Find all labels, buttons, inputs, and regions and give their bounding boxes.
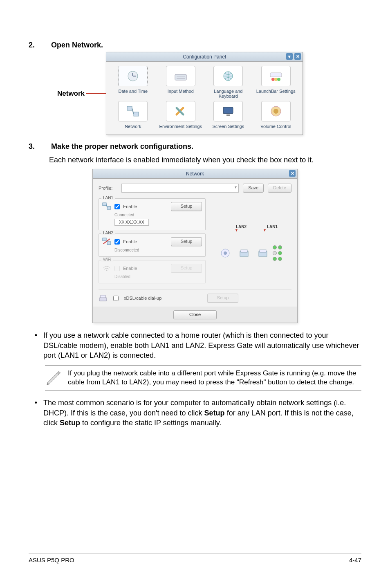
bullet1-text: If you use a network cable connected to … [43, 330, 361, 360]
bullet2-setup2: Setup [60, 419, 80, 427]
globe-icon [213, 66, 243, 86]
step3-num: 3. [29, 142, 49, 151]
network-dialog-titlebar: Network ✕ [93, 169, 297, 179]
lan1-group: LAN1 Enable Setup Connected XX.XX.XX.XX [99, 198, 206, 230]
svg-rect-7 [270, 73, 282, 77]
svg-rect-19 [107, 206, 111, 209]
tools-icon [166, 101, 195, 121]
svg-point-10 [277, 78, 280, 81]
lan-connected-icon [102, 202, 111, 211]
lan2-enable-checkbox[interactable] [114, 239, 120, 245]
cp-label: Screen Settings [213, 124, 244, 129]
speaker-icon [261, 101, 291, 121]
network-icon [118, 101, 148, 121]
svg-rect-32 [101, 295, 105, 298]
step3-title: Make the proper network configurations. [51, 142, 193, 150]
bullet-icon: • [29, 330, 43, 360]
launchbar-icon [261, 66, 291, 86]
wifi-title: WiFi [101, 257, 113, 262]
lan1-ip: XX.XX.XX.XX [114, 219, 149, 226]
configuration-panel-title: Configuration Panel [183, 54, 226, 60]
svg-point-9 [274, 78, 278, 81]
lan2-status: Disconnected [114, 248, 202, 252]
arrow-icon: ▼ [235, 228, 238, 232]
wifi-enable-label: Enable [123, 266, 137, 271]
diag-lan1-label: LAN1 [267, 224, 278, 229]
page-footer: ASUS P5Q PRO 4-47 [29, 554, 361, 563]
diag-gateway2-node [257, 248, 269, 258]
bullet2-post: to configure the static IP settings manu… [80, 419, 222, 427]
svg-rect-15 [226, 114, 230, 116]
note-text: If you plug the network cable into a dif… [68, 369, 361, 387]
svg-rect-11 [127, 106, 132, 110]
network-dialog-title: Network [186, 171, 204, 177]
minimize-icon[interactable]: ▾ [286, 53, 293, 60]
bullet2-text: The most common scenario is for your com… [43, 398, 361, 428]
svg-point-24 [106, 270, 108, 271]
svg-point-8 [271, 78, 275, 81]
monitor-icon [213, 101, 243, 121]
xdsl-setup-button: Setup [207, 294, 238, 303]
cp-item-environment-settings[interactable]: Environment Settings [158, 101, 204, 129]
modem-icon [99, 294, 108, 303]
diag-gateway1-node [238, 248, 250, 258]
xdsl-checkbox[interactable] [113, 296, 119, 301]
save-button[interactable]: Save [243, 184, 264, 193]
bullet-icon: • [29, 398, 43, 428]
cp-label: Network [125, 124, 141, 129]
cp-item-language-keyboard[interactable]: Language and Keyboard [206, 66, 251, 99]
step2-title: Open Network. [51, 41, 103, 49]
wifi-icon [102, 264, 111, 272]
callout-line [86, 93, 107, 94]
svg-point-26 [224, 251, 227, 255]
svg-rect-28 [241, 250, 247, 252]
wifi-group: WiFi Enable Setup Disabled [99, 260, 206, 283]
cp-item-volume-control[interactable]: Volume Control [253, 101, 299, 129]
configuration-panel-window: Configuration Panel ▾ ✕ Date and Time [106, 52, 303, 135]
svg-rect-21 [103, 238, 106, 241]
wifi-enable-checkbox [114, 266, 120, 271]
clock-icon [118, 66, 148, 86]
close-button[interactable]: Close [173, 310, 217, 319]
delete-button[interactable]: Delete [268, 184, 291, 193]
cp-label: Volume Control [260, 124, 291, 129]
svg-line-20 [106, 204, 107, 208]
footer-left: ASUS P5Q PRO [29, 557, 74, 563]
configuration-panel-titlebar: Configuration Panel ▾ ✕ [106, 52, 303, 62]
bullet2-setup1: Setup [204, 409, 225, 417]
cp-item-screen-settings[interactable]: Screen Settings [206, 101, 251, 129]
cp-label: Date and Time [119, 89, 148, 94]
cp-item-date-time[interactable]: Date and Time [110, 66, 156, 99]
svg-rect-22 [107, 242, 111, 245]
xdsl-label: xDSL/cable dial-up [124, 296, 161, 301]
step3-heading: 3. Make the proper network configuration… [29, 142, 361, 151]
footer-right: 4-47 [349, 557, 361, 563]
wifi-status: Disabled [114, 274, 202, 279]
cp-item-input-method[interactable]: Input Method [158, 66, 204, 99]
lan2-group: LAN2 Enable Setup Disconnected [99, 233, 206, 257]
cp-label: Language and Keyboard [206, 89, 251, 99]
cp-item-network[interactable]: Network [110, 101, 156, 129]
lan2-title: LAN2 [101, 231, 115, 235]
xdsl-row: xDSL/cable dial-up Setup [99, 289, 291, 307]
svg-line-13 [132, 108, 134, 114]
led-indicators [273, 245, 282, 261]
cp-label: Environment Settings [159, 124, 202, 129]
profile-select[interactable] [121, 184, 239, 193]
network-diagram: LAN2 LAN1 ▼ ▼ [210, 198, 291, 287]
lan2-setup-button[interactable]: Setup [171, 237, 202, 246]
lan1-enable-checkbox[interactable] [114, 204, 120, 209]
step3-body: Each network interface is enabled immedi… [49, 155, 361, 165]
profile-label: Profile: [99, 186, 117, 191]
network-dialog: Network ✕ Profile: Save Delete LAN1 [92, 169, 298, 323]
close-icon[interactable]: ✕ [289, 170, 296, 177]
cp-item-launchbar-settings[interactable]: LaunchBar Settings [253, 66, 299, 99]
diag-client-node [220, 248, 231, 258]
close-icon[interactable]: ✕ [294, 53, 301, 60]
step2-num: 2. [29, 41, 49, 49]
lan1-setup-button[interactable]: Setup [171, 202, 202, 211]
svg-rect-12 [134, 112, 139, 116]
svg-point-17 [273, 109, 278, 114]
lan-disconnected-icon [102, 238, 111, 246]
wifi-setup-button: Setup [171, 264, 202, 273]
